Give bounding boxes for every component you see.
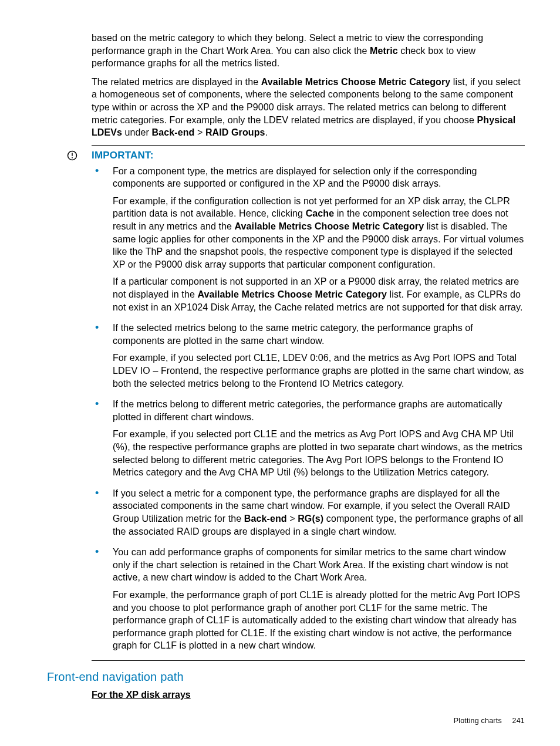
- section-heading: Front-end navigation path: [47, 669, 525, 685]
- bold-text: RG(s): [298, 514, 323, 524]
- bold-text: Available Metrics Choose Metric Category: [261, 77, 451, 87]
- intro-paragraph-2: The related metrics are displayed in the…: [92, 76, 525, 139]
- list-item: If the selected metrics belong to the sa…: [92, 322, 525, 390]
- important-icon: [47, 149, 92, 161]
- footer-label: Plotting charts: [454, 717, 502, 725]
- list-item: If you select a metric for a component t…: [92, 487, 525, 538]
- svg-point-2: [72, 157, 73, 158]
- bold-text: Available Metrics Choose Metric Category: [235, 221, 424, 231]
- list-item: If the metrics belong to different metri…: [92, 398, 525, 479]
- text: For example, if you selected port CL1E, …: [113, 352, 525, 390]
- text: >: [287, 514, 298, 524]
- text: under: [122, 127, 152, 137]
- list-item: For a component type, the metrics are di…: [92, 165, 525, 314]
- bold-text: Metric: [370, 46, 398, 56]
- important-list: For a component type, the metrics are di…: [92, 165, 525, 652]
- important-callout: IMPORTANT:: [47, 149, 525, 163]
- bold-text: RAID Groups: [205, 127, 265, 137]
- text: >: [194, 127, 205, 137]
- text: For a component type, the metrics are di…: [113, 165, 525, 190]
- page-number: 241: [512, 717, 525, 725]
- text: The related metrics are displayed in the: [92, 77, 261, 87]
- section-subheading: For the XP disk arrays: [92, 688, 525, 701]
- bold-text: Back-end: [244, 514, 287, 524]
- intro-block: based on the metric category to which th…: [92, 32, 525, 139]
- document-page: based on the metric category to which th…: [0, 0, 560, 746]
- list-item: You can add performance graphs of compon…: [92, 546, 525, 652]
- text: If the selected metrics belong to the sa…: [113, 322, 525, 347]
- paragraph: If a particular component is not support…: [113, 275, 525, 313]
- text: .: [265, 127, 268, 137]
- text: For example, if you selected port CL1E a…: [113, 428, 525, 478]
- paragraph: If you select a metric for a component t…: [113, 487, 525, 538]
- text: For example, the performance graph of po…: [113, 589, 525, 652]
- paragraph: For example, if the configuration collec…: [113, 195, 525, 271]
- divider: [92, 660, 525, 661]
- text: If the metrics belong to different metri…: [113, 398, 525, 423]
- text: You can add performance graphs of compon…: [113, 546, 525, 584]
- bold-text: Back-end: [152, 127, 195, 137]
- bold-text: Cache: [306, 208, 335, 218]
- page-footer: Plotting charts 241: [454, 716, 525, 726]
- important-label: IMPORTANT:: [92, 149, 154, 163]
- intro-paragraph-1: based on the metric category to which th…: [92, 32, 525, 70]
- bold-text: Available Metrics Choose Metric Category: [197, 289, 387, 299]
- divider: [92, 145, 525, 146]
